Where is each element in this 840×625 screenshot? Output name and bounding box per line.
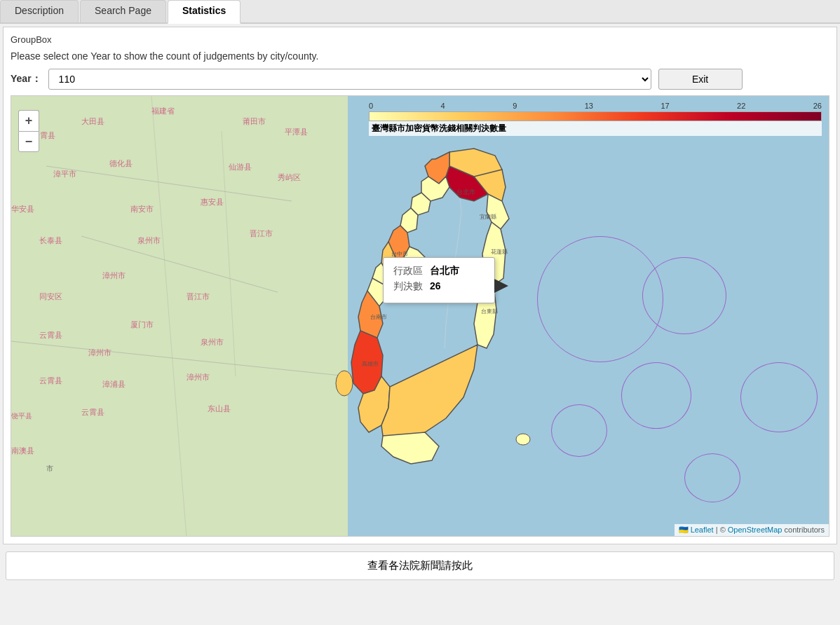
bottom-bar: 查看各法院新聞請按此 [0,547,840,586]
svg-text:平潭县: 平潭县 [285,128,308,136]
svg-text:秀屿区: 秀屿区 [278,173,301,181]
tooltip-district-label: 行政區 [393,265,423,277]
legend-val-1: 4 [441,102,445,110]
svg-text:南澳县: 南澳县 [11,446,34,455]
osm-link[interactable]: OpenStreetMap [728,526,783,534]
svg-text:同安区: 同安区 [39,292,62,301]
svg-text:德化县: 德化县 [109,159,133,167]
svg-text:高雄市: 高雄市 [362,361,379,367]
legend-val-4: 17 [661,102,669,110]
svg-text:晋江市: 晋江市 [250,229,273,238]
svg-text:漳浦县: 漳浦县 [102,380,126,388]
exit-button[interactable]: Exit [658,69,743,90]
map-legend: 0 4 9 13 17 22 26 臺灣縣市加密貨幣洗錢相關判決數量 [369,102,822,136]
groupbox-title: GroupBox [11,34,829,45]
svg-text:漳平市: 漳平市 [53,170,76,178]
tab-bar: Description Search Page Statistics [0,0,840,24]
svg-text:台東縣: 台東縣 [481,308,498,315]
legend-color-bar [369,111,822,121]
svg-text:惠安县: 惠安县 [200,198,224,206]
svg-text:花蓮縣: 花蓮縣 [491,249,508,255]
svg-text:莆田市: 莆田市 [243,117,266,125]
tooltip-count-row: 判決數 26 [393,280,485,293]
svg-text:宜蘭縣: 宜蘭縣 [480,214,496,220]
legend-val-0: 0 [369,102,373,110]
tab-statistics[interactable]: Statistics [168,0,241,24]
court-news-button[interactable]: 查看各法院新聞請按此 [6,551,834,580]
description-text: Please select one Year to show the count… [11,50,829,62]
svg-text:漳州市: 漳州市 [102,271,126,280]
svg-point-36 [336,371,353,396]
attribution-contributors: contributors [785,526,825,534]
svg-text:市: 市 [46,465,53,472]
mainland-area: 云霄县 大田县 福建省 莆田市 平潭县 漳平市 德化县 仙游县 秀屿区 华安县 … [11,96,348,536]
svg-text:台北市: 台北市 [456,188,475,195]
svg-text:长泰县: 长泰县 [39,236,62,245]
tooltip-district-value: 台北市 [430,265,459,277]
svg-text:云霄县: 云霄县 [39,331,62,339]
tooltip-arrow [494,279,508,293]
leaflet-link[interactable]: Leaflet [691,526,714,534]
svg-text:云霄县: 云霄县 [39,376,62,385]
map-container[interactable]: 云霄县 大田县 福建省 莆田市 平潭县 漳平市 德化县 仙游县 秀屿区 华安县 … [11,95,829,537]
svg-text:仙游县: 仙游县 [229,163,252,171]
tooltip-count-value: 26 [430,280,441,293]
svg-text:大田县: 大田县 [81,117,104,125]
zoom-out-button[interactable]: − [18,131,39,152]
svg-text:台南市: 台南市 [370,314,387,320]
svg-text:晋江市: 晋江市 [187,292,210,301]
territory-circle-5 [684,453,740,502]
svg-text:华安县: 华安县 [11,205,34,213]
legend-val-2: 9 [513,102,517,110]
territory-circle-4 [551,404,607,457]
territory-circle-2 [642,257,726,334]
legend-val-3: 13 [585,102,593,110]
svg-text:漳州市: 漳州市 [88,348,111,357]
year-label: Year： [11,73,41,85]
year-row: Year： 110 108 109 111 112 Exit [11,69,829,90]
zoom-in-button[interactable]: + [18,110,39,131]
svg-text:云霄县: 云霄县 [81,408,104,416]
leaflet-flag: 🇺🇦 [679,526,689,534]
svg-text:饶平县: 饶平县 [11,412,32,420]
year-select[interactable]: 110 108 109 111 112 [48,69,651,90]
legend-val-5: 22 [737,102,745,110]
svg-text:东山县: 东山县 [208,404,231,413]
legend-title: 臺灣縣市加密貨幣洗錢相關判決數量 [369,121,822,136]
taiwan-map: 台北市 宜蘭縣 台中市 花蓮縣 台南市 台東縣 高雄市 臺南市 高雄市 [327,138,551,530]
svg-text:漳州市: 漳州市 [187,373,210,381]
map-attribution: 🇺🇦 Leaflet | © OpenStreetMap contributor… [675,524,829,536]
main-content: GroupBox Please select one Year to show … [3,27,837,544]
svg-text:厦门市: 厦门市 [130,320,154,329]
zoom-controls: + − [18,110,39,152]
legend-val-6: 26 [813,102,822,110]
svg-text:南安市: 南安市 [130,205,154,213]
tab-description[interactable]: Description [0,0,79,22]
svg-text:泉州市: 泉州市 [201,338,224,346]
territory-circle-6 [740,362,818,432]
tooltip-count-label: 判決數 [393,280,423,293]
svg-text:泉州市: 泉州市 [137,236,161,245]
svg-text:福建省: 福建省 [151,107,175,115]
tooltip-district-row: 行政區 台北市 [393,265,485,277]
svg-point-37 [516,434,530,445]
attribution-separator: | © [716,526,728,534]
territory-circle-3 [621,362,691,429]
tab-search-page[interactable]: Search Page [80,0,166,22]
map-tooltip: 行政區 台北市 判決數 26 [383,257,495,303]
svg-text:台中市: 台中市 [391,251,408,257]
